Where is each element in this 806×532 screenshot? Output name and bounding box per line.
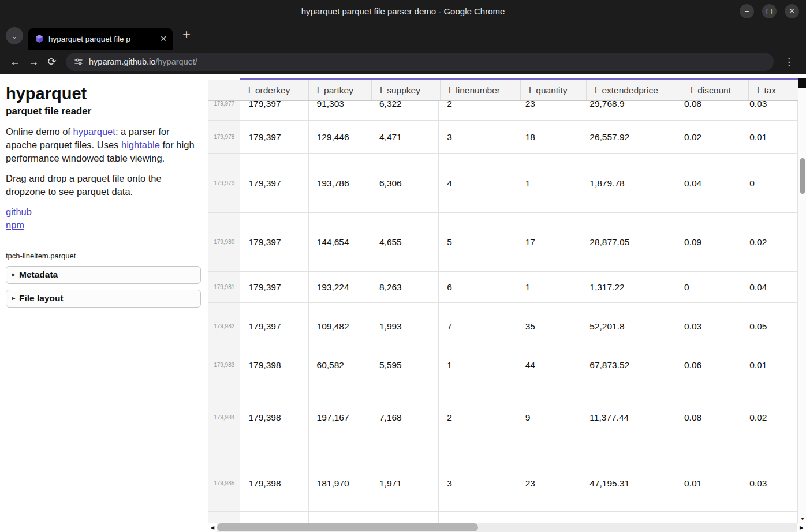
table-cell[interactable]: 67,873.52 [581,350,676,380]
table-cell[interactable]: 4 [439,154,517,213]
table-cell[interactable]: 179,397 [240,100,308,121]
table-cell[interactable]: 6 [439,272,517,303]
hightable-link[interactable]: hightable [121,140,160,150]
tab-close-icon[interactable]: ✕ [158,34,169,43]
table-cell[interactable]: 0 [741,154,798,213]
table-cell[interactable]: 28,877.05 [581,213,676,272]
table-cell[interactable]: 44 [517,350,581,380]
table-cell[interactable]: 8,263 [371,272,438,303]
forward-button[interactable]: → [24,57,43,67]
table-cell[interactable]: 0.03 [741,455,798,512]
reload-button[interactable]: ⟳ [43,57,61,67]
table-cell[interactable]: 47,195.31 [581,455,676,512]
column-header-l_quantity[interactable]: l_quantity [521,80,587,101]
table-cell[interactable]: 17 [517,213,581,272]
address-bar[interactable]: hyparam.github.io/hyparquet/ [66,53,774,71]
table-cell[interactable]: 0.01 [676,455,741,512]
table-cell[interactable]: 0.08 [676,100,741,121]
table-cell[interactable]: 179,397 [240,213,308,272]
table-cell[interactable]: 1,317.22 [581,272,676,303]
table-cell[interactable]: 0.02 [676,121,741,154]
table-cell[interactable]: 179,397 [240,303,308,350]
table-cell[interactable]: 3 [439,121,517,154]
table-cell[interactable]: 0.08 [676,380,741,455]
metadata-accordion[interactable]: ▸ Metadata [6,266,201,284]
minimize-button[interactable]: – [740,4,754,18]
browser-tab[interactable]: hyparquet parquet file p ✕ [28,28,173,50]
table-cell[interactable]: 52,201.8 [581,303,676,350]
table-viewport[interactable]: 179,977179,39791,3036,32222329,768.90.08… [208,100,798,523]
hyparquet-link[interactable]: hyparquet [73,126,115,137]
table-cell[interactable]: 60,582 [308,350,371,380]
file-layout-accordion[interactable]: ▸ File layout [6,290,201,308]
tab-search-button[interactable]: ⌄ [6,27,23,44]
table-cell[interactable]: 0.01 [741,121,798,154]
table-cell[interactable]: 5,595 [371,350,438,380]
close-button[interactable]: ✕ [785,4,799,18]
table-cell[interactable] [371,512,438,523]
table-cell[interactable]: 29,768.9 [581,100,676,121]
table-cell[interactable]: 3 [439,455,517,512]
table-cell[interactable]: 0 [676,272,741,303]
maximize-button[interactable]: ▢ [762,4,777,18]
table-cell[interactable] [439,512,517,523]
table-cell[interactable]: 26,557.92 [581,121,676,154]
table-cell[interactable]: 109,482 [308,303,371,350]
table-cell[interactable]: 2 [439,100,517,121]
table-cell[interactable]: 179,397 [240,154,308,213]
table-cell[interactable]: 5 [439,213,517,272]
table-cell[interactable]: 11,377.44 [581,380,676,455]
vertical-scrollbar-thumb[interactable] [800,158,805,194]
horizontal-scrollbar-track[interactable] [217,523,797,532]
table-cell[interactable]: 1,879.78 [581,154,676,213]
table-cell[interactable]: 129,446 [308,121,371,154]
table-cell[interactable]: 0.02 [741,213,798,272]
back-button[interactable]: ← [6,57,24,67]
scroll-up-button[interactable] [798,78,806,88]
column-header-l_suppkey[interactable]: l_suppkey [372,80,441,101]
table-cell[interactable]: 35 [517,303,581,350]
table-cell[interactable]: 179,398 [240,455,308,512]
new-tab-button[interactable]: + [182,28,191,42]
column-header-l_linenumber[interactable]: l_linenumber [441,80,521,101]
table-cell[interactable] [581,512,676,523]
table-cell[interactable]: 0.09 [676,213,741,272]
table-cell[interactable]: 197,167 [308,380,371,455]
table-cell[interactable]: 9 [517,380,581,455]
column-header-l_tax[interactable]: l_tax [749,80,806,101]
table-cell[interactable]: 91,303 [308,100,371,121]
table-cell[interactable] [308,512,371,523]
horizontal-scrollbar-thumb[interactable] [217,523,478,531]
column-header-l_orderkey[interactable]: l_orderkey [240,80,308,101]
column-header-l_discount[interactable]: l_discount [682,80,749,101]
horizontal-scrollbar[interactable]: ◀ ▶ [208,523,806,532]
site-settings-icon[interactable] [74,57,83,66]
column-header-l_extendedprice[interactable]: l_extendedprice [587,80,682,101]
table-cell[interactable]: 23 [517,100,581,121]
table-cell[interactable] [741,512,798,523]
table-cell[interactable]: 6,306 [371,154,438,213]
table-cell[interactable] [676,512,741,523]
table-cell[interactable]: 0.06 [676,350,741,380]
github-link[interactable]: github [6,205,201,219]
table-cell[interactable]: 179,398 [240,380,308,455]
table-cell[interactable]: 179,397 [240,121,308,154]
table-cell[interactable]: 7 [439,303,517,350]
table-cell[interactable]: 18 [517,121,581,154]
table-cell[interactable]: 0.01 [741,350,798,380]
table-cell[interactable]: 0.04 [741,272,798,303]
table-cell[interactable]: 0.05 [741,303,798,350]
table-cell[interactable]: 179,397 [240,272,308,303]
table-cell[interactable]: 23 [517,455,581,512]
table-cell[interactable]: 181,970 [308,455,371,512]
table-cell[interactable]: 4,471 [371,121,438,154]
scroll-right-icon[interactable]: ▶ [797,523,806,532]
table-cell[interactable]: 0.04 [676,154,741,213]
chrome-menu-button[interactable]: ⋮ [778,56,800,68]
table-cell[interactable]: 193,786 [308,154,371,213]
table-cell[interactable]: 193,224 [308,272,371,303]
table-cell[interactable]: 7,168 [371,380,438,455]
table-cell[interactable]: 4,655 [371,213,438,272]
npm-link[interactable]: npm [6,219,201,232]
table-cell[interactable]: 2 [439,380,517,455]
